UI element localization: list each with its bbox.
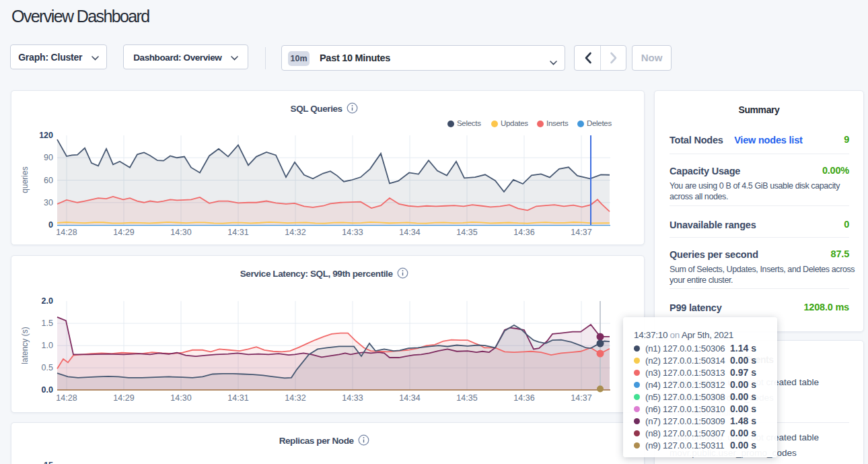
svg-text:0.5: 0.5 bbox=[42, 363, 53, 372]
svg-text:14:31: 14:31 bbox=[227, 228, 248, 237]
svg-text:14:32: 14:32 bbox=[285, 228, 305, 237]
svg-text:15: 15 bbox=[44, 461, 53, 464]
svg-text:2.0: 2.0 bbox=[42, 296, 53, 306]
svg-text:14:35: 14:35 bbox=[456, 228, 477, 237]
svg-text:1.5: 1.5 bbox=[42, 319, 53, 328]
svg-text:90: 90 bbox=[44, 153, 53, 162]
svg-text:14:36: 14:36 bbox=[513, 228, 534, 237]
svg-text:queries: queries bbox=[20, 166, 30, 193]
svg-text:0: 0 bbox=[48, 220, 53, 230]
svg-text:14:29: 14:29 bbox=[113, 228, 134, 237]
svg-text:14:28: 14:28 bbox=[56, 393, 77, 403]
svg-text:14:34: 14:34 bbox=[399, 393, 420, 403]
svg-text:14:35: 14:35 bbox=[456, 393, 477, 403]
svg-text:14:29: 14:29 bbox=[113, 393, 134, 403]
svg-text:14:34: 14:34 bbox=[399, 228, 420, 237]
svg-text:14:36: 14:36 bbox=[513, 393, 534, 403]
svg-text:30: 30 bbox=[44, 198, 53, 207]
svg-text:14:31: 14:31 bbox=[227, 393, 248, 403]
svg-text:latency (s): latency (s) bbox=[20, 327, 30, 364]
svg-text:60: 60 bbox=[44, 176, 53, 185]
svg-text:14:32: 14:32 bbox=[285, 393, 305, 403]
svg-text:0.0: 0.0 bbox=[42, 385, 53, 395]
svg-text:120: 120 bbox=[39, 131, 53, 140]
svg-text:14:33: 14:33 bbox=[342, 228, 363, 237]
svg-text:14:33: 14:33 bbox=[342, 393, 363, 403]
svg-text:14:30: 14:30 bbox=[170, 228, 191, 237]
svg-text:14:28: 14:28 bbox=[56, 228, 77, 237]
svg-text:14:30: 14:30 bbox=[170, 393, 191, 403]
svg-text:1.0: 1.0 bbox=[42, 341, 53, 350]
svg-text:14:37: 14:37 bbox=[571, 228, 591, 237]
svg-text:14:37: 14:37 bbox=[571, 393, 591, 403]
